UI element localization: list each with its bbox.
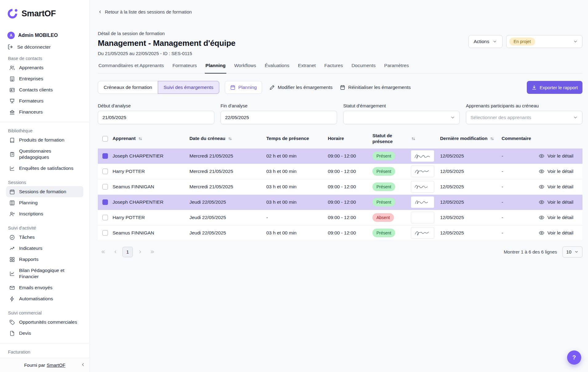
- actions-button[interactable]: Actions: [468, 35, 503, 48]
- footer-brand-link[interactable]: SmartOF: [47, 362, 66, 368]
- sidebar-item-sessions-formation[interactable]: Sessions de formation: [6, 186, 83, 197]
- sort-icon[interactable]: [490, 136, 495, 141]
- sidebar-item-opportunites[interactable]: Opportunités commerciales: [6, 317, 83, 328]
- signature-thumbnail[interactable]: [411, 150, 434, 162]
- building-icon: [9, 76, 15, 82]
- tab-extranet[interactable]: Extranet: [297, 63, 316, 73]
- page-number-button[interactable]: 1: [122, 247, 133, 257]
- last-page-button[interactable]: [147, 247, 157, 257]
- column-header-signature[interactable]: [411, 136, 440, 141]
- sidebar-item-planning[interactable]: Planning: [6, 197, 83, 208]
- tab-factures[interactable]: Factures: [324, 63, 344, 73]
- sidebar-item-devis[interactable]: Devis: [6, 328, 83, 339]
- edit-emargements-link[interactable]: Modifier les émargements: [269, 85, 332, 90]
- row-checkbox[interactable]: [102, 153, 108, 159]
- logout-button[interactable]: Se déconnecter: [7, 44, 83, 50]
- view-detail-link[interactable]: Voir le détail: [538, 153, 582, 159]
- back-link[interactable]: Retour à la liste des sessions de format…: [98, 9, 192, 14]
- sidebar-item-automatisations[interactable]: Automatisations: [6, 293, 83, 304]
- help-button[interactable]: ?: [567, 350, 581, 365]
- sort-icon[interactable]: [228, 136, 232, 141]
- row-checkbox[interactable]: [102, 184, 108, 190]
- session-status-select[interactable]: En projet: [506, 35, 582, 48]
- sidebar-item-rapports[interactable]: Rapports: [6, 254, 83, 265]
- sidebar-item-formateurs[interactable]: Formateurs: [6, 95, 83, 106]
- sidebar-item-produits-formation[interactable]: Produits de formation: [6, 134, 83, 146]
- tab-planning[interactable]: Planning: [205, 63, 226, 74]
- end-date-input[interactable]: [220, 111, 337, 124]
- start-date-input[interactable]: [98, 111, 214, 124]
- column-header-date-creneau[interactable]: Date du créneau: [189, 136, 266, 142]
- signature-image: [414, 198, 431, 206]
- view-detail-link[interactable]: Voir le détail: [538, 199, 582, 205]
- sort-icon[interactable]: [411, 136, 416, 141]
- learner-name: Joseph CHARPENTIER: [113, 153, 189, 159]
- export-report-button[interactable]: Exporter le rapport: [527, 81, 582, 94]
- sidebar-item-label: Contacts clients: [19, 87, 53, 93]
- first-page-button[interactable]: [98, 247, 108, 257]
- tab-formateurs[interactable]: Formateurs: [172, 63, 197, 73]
- view-emargements-button[interactable]: Suivi des émargements: [158, 81, 219, 94]
- next-page-button[interactable]: [135, 247, 145, 257]
- tab-documents[interactable]: Documents: [351, 63, 376, 73]
- select-all-checkbox[interactable]: [102, 136, 108, 142]
- table-row[interactable]: Joseph CHARPENTIER Jeudi 22/05/2025 03 h…: [98, 195, 582, 210]
- sidebar-item-indicateurs[interactable]: Indicateurs: [6, 243, 83, 254]
- row-checkbox[interactable]: [102, 230, 108, 236]
- brand-name: SmartOF: [22, 9, 56, 18]
- sidebar-collapse-button[interactable]: [80, 362, 86, 368]
- signature-thumbnail-empty[interactable]: [411, 212, 434, 223]
- view-detail-link[interactable]: Voir le détail: [538, 214, 582, 221]
- table-row[interactable]: Seamus FINNIGAN Jeudi 22/05/2025 03 h et…: [98, 226, 582, 241]
- sidebar-item-entreprises[interactable]: Entreprises: [6, 73, 83, 84]
- column-header-apprenant[interactable]: Apprenant: [113, 136, 189, 142]
- planning-button[interactable]: Planning: [225, 81, 262, 94]
- check-circle-icon: [9, 234, 15, 240]
- table-row[interactable]: Seamus FINNIGAN Mercredi 21/05/2025 03 h…: [98, 179, 582, 195]
- sidebar-item-emails[interactable]: Emails envoyés: [6, 282, 83, 293]
- signature-thumbnail[interactable]: [411, 227, 434, 239]
- smartof-logo-icon: [7, 8, 18, 19]
- tab-parametres[interactable]: Paramètres: [383, 63, 409, 73]
- learners-select[interactable]: Sélectionner des apprenants: [466, 111, 582, 124]
- view-creneaux-button[interactable]: Créneaux de formation: [98, 81, 158, 94]
- table-row[interactable]: Harry POTTER Jeudi 22/05/2025 - 09:00 - …: [98, 210, 582, 226]
- tab-workflows[interactable]: Workflows: [234, 63, 257, 73]
- bank-icon: [9, 109, 15, 115]
- sidebar-item-label: Apprenants: [19, 65, 43, 71]
- sidebar-item-apprenants[interactable]: Apprenants: [6, 62, 83, 73]
- view-detail-link[interactable]: Voir le détail: [538, 168, 582, 174]
- signature-thumbnail[interactable]: [411, 181, 434, 193]
- calendar-icon: [230, 85, 236, 90]
- signature-image: [414, 229, 431, 237]
- sort-icon[interactable]: [138, 136, 143, 141]
- row-checkbox[interactable]: [102, 215, 108, 220]
- trend-icon: [9, 246, 15, 251]
- view-detail-link[interactable]: Voir le détail: [538, 230, 582, 236]
- comment: -: [502, 168, 538, 174]
- sidebar-item-contacts-clients[interactable]: Contacts clients: [6, 84, 83, 95]
- sidebar-item-enquetes[interactable]: Enquêtes de satisfactions: [6, 163, 83, 174]
- reset-emargements-link[interactable]: Réinitialiser les émargements: [340, 85, 411, 90]
- row-checkbox[interactable]: [102, 169, 108, 174]
- view-detail-link[interactable]: Voir le détail: [538, 184, 582, 190]
- column-header-derniere-modification[interactable]: Dernière modification: [440, 136, 502, 142]
- sidebar-item-label: Automatisations: [19, 296, 53, 302]
- table-row[interactable]: Joseph CHARPENTIER Mercredi 21/05/2025 0…: [98, 149, 582, 164]
- calendar-icon: [340, 85, 345, 90]
- emargements-table: Joseph CHARPENTIER Mercredi 21/05/2025 0…: [98, 148, 582, 241]
- emargement-status-select[interactable]: [343, 111, 460, 124]
- page-size-select[interactable]: 10: [562, 246, 582, 258]
- sidebar-item-inscriptions[interactable]: Inscriptions: [6, 208, 83, 219]
- table-row[interactable]: Harry POTTER Mercredi 21/05/2025 03 h et…: [98, 164, 582, 179]
- sidebar-item-financeurs[interactable]: Financeurs: [6, 106, 83, 118]
- signature-thumbnail[interactable]: [411, 166, 434, 177]
- sidebar-item-questionnaires[interactable]: Questionnaires pédagogiques: [6, 146, 83, 163]
- sidebar-item-taches[interactable]: Tâches: [6, 232, 83, 243]
- row-checkbox[interactable]: [102, 199, 108, 205]
- signature-thumbnail[interactable]: [411, 196, 434, 208]
- sidebar-item-bilan[interactable]: Bilan Pédagogique et Financier: [6, 265, 83, 282]
- prev-page-button[interactable]: [110, 247, 121, 257]
- tab-commanditaires-apprenants[interactable]: Commanditaires et Apprenants: [98, 63, 165, 73]
- tab-evaluations[interactable]: Évaluations: [264, 63, 290, 73]
